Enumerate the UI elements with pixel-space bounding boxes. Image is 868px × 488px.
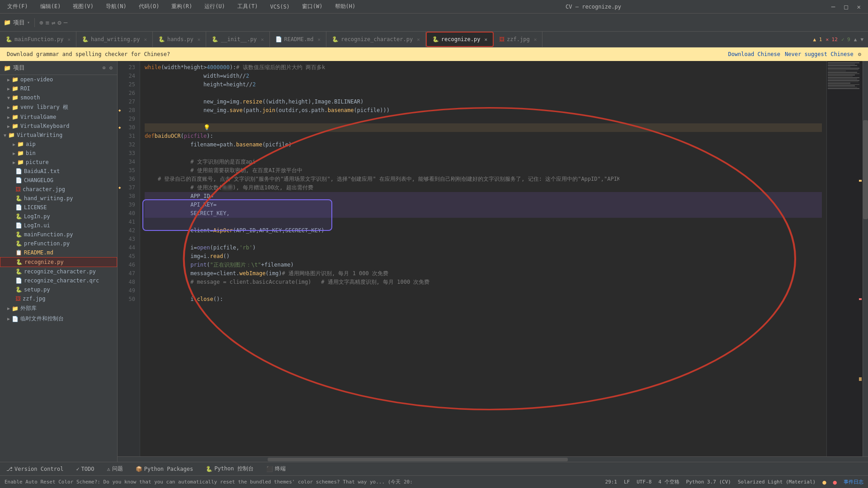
tab-close-1[interactable]: ✕ [144,37,147,42]
tab-close-6[interactable]: ✕ [484,37,487,42]
toolbar-icon-5[interactable]: ─ [64,19,67,26]
tab-close-7[interactable]: ✕ [534,37,537,42]
menu-window[interactable]: 窗口(W) [299,1,326,12]
notification-message: Download grammar and spelling checker fo… [7,51,170,57]
tree-item-recognize-qrc[interactable]: 📄 recognize_character.qrc [0,276,117,285]
line-num-26: 26 [118,89,140,98]
python-icon: 🐍 [15,268,22,275]
menu-nav[interactable]: 导航(N) [103,1,129,12]
tree-item-readme[interactable]: 📋 README.md [0,248,117,257]
line-num-29: 29 [118,115,140,123]
tree-item-login-ui[interactable]: 📄 LogIn.ui [0,221,117,230]
menu-refactor[interactable]: 重构(R) [169,1,195,12]
tree-item-venv[interactable]: ▶ 📁 venv library 根 [0,102,117,113]
line-num-48: 48 [118,278,140,286]
encoding: UTF-8 [637,479,651,485]
tab-close-2[interactable]: ✕ [198,37,201,42]
tree-item-character[interactable]: 🖼 character.jpg [0,185,117,194]
close-button[interactable]: ✕ [854,2,863,11]
terminal-tab[interactable]: ⬛ 终端 [264,464,288,474]
tab-close-3[interactable]: ✕ [261,37,264,42]
tree-label: README.md [24,249,53,256]
tab-init[interactable]: 🐍 __init__.py ✕ [206,32,269,47]
tab-hands[interactable]: 🐍 hands.py ✕ [153,32,206,47]
indent-info: 4 个空格 [658,479,679,485]
menu-tools[interactable]: 工具(T) [235,1,261,12]
tree-item-bin[interactable]: ▶ 📁 bin [0,149,117,158]
toolbar-icon-2[interactable]: ≡ [45,19,49,26]
settings-icon[interactable]: ⚙ [108,64,113,72]
toolbar-icon-3[interactable]: ⇌ [52,19,55,26]
tree-item-login-py[interactable]: 🐍 LogIn.py [0,212,117,221]
tab-recognize[interactable]: 🐍 recognize.py ✕ [426,32,494,47]
up-arrow[interactable]: ▲ [854,37,857,42]
tree-item-aip[interactable]: ▶ 📁 aip [0,140,117,149]
h-scrollbar-thumb[interactable] [268,458,568,461]
menu-run[interactable]: 运行(U) [202,1,228,12]
menu-code[interactable]: 代码(O) [136,1,162,12]
menu-edit[interactable]: 编辑(E) [38,1,64,12]
tree-item-recognize[interactable]: 🐍 recognize.py [0,257,117,267]
tab-readme[interactable]: 📄 README.md ✕ [270,32,327,47]
notification-settings-icon[interactable]: ⚙ [858,51,861,57]
tree-item-temp[interactable]: ▶ 📄 临时文件和控制台 [0,314,117,324]
tree-item-virtualgame[interactable]: ▶ 📁 VirtualGame [0,113,117,122]
code-editor[interactable]: while (width * height > 4000000): # 该数值压… [140,61,826,456]
tree-item-picture[interactable]: ▶ 📁 picture [0,158,117,167]
project-label[interactable]: 项目 [13,19,25,27]
python-packages-tab[interactable]: 📦 Python Packages [134,465,195,473]
sync-icon[interactable]: ⊕ [102,64,107,72]
download-chinese-button[interactable]: Download Chinese [728,51,780,57]
tree-item-external[interactable]: ▶ 📁 外部库 [0,303,117,314]
folder-icon: 📄 [12,316,19,322]
tree-item-roi[interactable]: ▶ 📁 ROI [0,84,117,93]
vertical-scrollbar[interactable] [863,61,868,456]
maximize-button[interactable]: □ [841,2,850,11]
menu-file[interactable]: 文件(F) [5,1,31,12]
horizontal-scrollbar[interactable] [118,456,868,462]
tree-item-prefunction[interactable]: 🐍 preFunction.py [0,239,117,248]
window-controls[interactable]: ─ □ ✕ [829,2,863,11]
tree-item-open-video[interactable]: ▶ 📁 open-video [0,75,117,84]
tab-handwriting[interactable]: 🐍 hand_writing.py ✕ [76,32,153,47]
menu-vcs[interactable]: VCS(S) [268,2,292,11]
minimize-button[interactable]: ─ [829,2,838,11]
menu-bar[interactable]: 文件(F) 编辑(E) 视图(V) 导航(N) 代码(O) 重构(R) 运行(U… [5,1,358,12]
tab-label-2: hands.py [167,36,193,42]
menu-view[interactable]: 视图(V) [70,1,96,12]
scrollbar-thumb[interactable] [863,120,868,219]
down-arrow[interactable]: ▼ [860,37,863,42]
folder-collapsed-icon: ▶ [7,115,10,120]
toolbar-icon-1[interactable]: ⊕ [39,19,43,26]
dropdown-icon[interactable]: ▾ [27,20,30,25]
tree-item-smooth[interactable]: ▼ 📁 smooth [0,93,117,102]
tree-item-virtualwriting[interactable]: ▼ 📁 VirtualWriting [0,131,117,140]
tab-close-4[interactable]: ✕ [318,37,321,42]
tree-item-changelog[interactable]: 📄 CHANGELOG [0,176,117,185]
tree-label: 外部库 [20,305,37,312]
tree-item-baiduai[interactable]: 📄 BaiduAI.txt [0,167,117,176]
tree-item-virtualkeyboard[interactable]: ▶ 📁 VirtualKeyboard [0,122,117,131]
tree-item-setup[interactable]: 🐍 setup.py [0,285,117,294]
tree-item-license[interactable]: 📄 LICENSE [0,203,117,212]
todo-tab[interactable]: ✓ TODO [74,465,96,473]
tree-item-mainfunction[interactable]: 🐍 mainFunction.py [0,230,117,239]
version-control-tab[interactable]: ⎇ Version Control [5,465,65,473]
event-log-label[interactable]: 事件日志 [844,479,863,485]
python-console-tab[interactable]: 🐍 Python 控制台 [204,464,255,474]
tree-item-handwriting[interactable]: 🐍 hand_writing.py [0,194,117,203]
toolbar-icon-4[interactable]: ⚙ [57,19,61,26]
tree-item-zzf[interactable]: 🖼 zzf.jpg [0,294,117,303]
never-suggest-button[interactable]: Never suggest Chinese [785,51,854,57]
vcs-icon: ⎇ [6,466,13,472]
tab-close-0[interactable]: ✕ [67,37,71,42]
problems-tab[interactable]: ⚠ 问题 [105,464,125,474]
tab-mainFunction[interactable]: 🐍 mainFunction.py ✕ [0,32,76,47]
tab-zzf[interactable]: 🖼 zzf.jpg ✕ [494,32,542,47]
tree-item-recognize-char[interactable]: 🐍 recognize_character.py [0,267,117,276]
tree-label: open-video [20,76,53,83]
tab-recognize-char[interactable]: 🐍 recognize_character.py ✕ [326,32,426,47]
menu-help[interactable]: 帮助(H) [332,1,359,12]
tab-close-5[interactable]: ✕ [417,37,420,42]
code-line-49 [145,286,822,295]
